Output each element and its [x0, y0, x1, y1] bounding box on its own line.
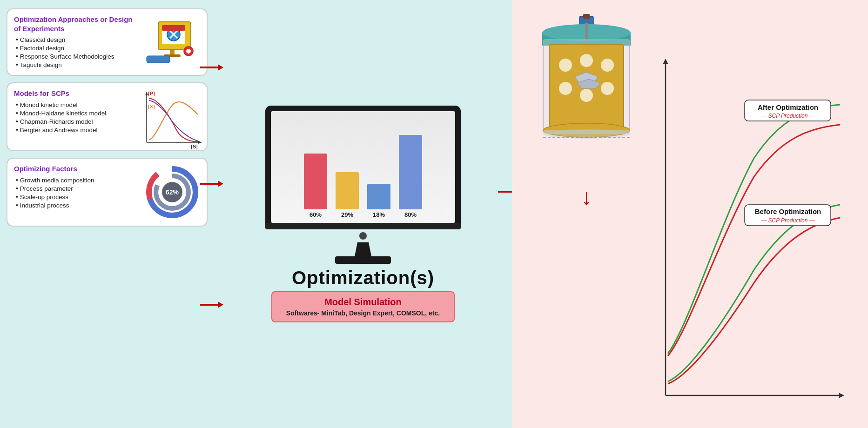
bar-group-2: 29%: [336, 172, 359, 218]
bar-group-1: 60%: [304, 154, 327, 218]
left-panel: Optimization Approaches or Design of Exp…: [0, 0, 214, 428]
bar-label-2: 29%: [341, 211, 353, 218]
svg-point-44: [580, 89, 593, 102]
svg-text:62%: 62%: [166, 188, 179, 196]
list-item: Classical design: [14, 36, 140, 43]
arrow-right-icon: [200, 177, 228, 191]
list-item: Response Surface Methodologies: [14, 53, 140, 60]
svg-point-10: [186, 49, 191, 54]
bar-label-3: 18%: [373, 211, 385, 218]
list-item: Scale-up process: [14, 193, 140, 201]
svg-text:— SCP Production —: — SCP Production —: [760, 217, 815, 224]
svg-text:[X]: [X]: [148, 104, 155, 109]
svg-rect-8: [147, 56, 170, 63]
donut-chart-icon: 62%: [144, 164, 200, 220]
monitor-bottom-bar: [265, 223, 461, 229]
card1-list: Classical design Factorial design Respon…: [14, 36, 140, 68]
card1-title: Optimization Approaches or Design of Exp…: [14, 15, 140, 33]
list-item: Factorial design: [14, 44, 140, 52]
curves-section: After Optimization — SCP Production — Be…: [652, 9, 863, 419]
bar-3: [367, 184, 390, 209]
svg-point-40: [580, 54, 593, 67]
right-panel: ↓ After Optimization — SCP Production: [512, 0, 868, 428]
svg-text:After Optimization: After Optimization: [758, 103, 818, 111]
svg-rect-36: [585, 23, 588, 42]
svg-text:[P]: [P]: [148, 91, 155, 96]
list-item: Taguchi design: [14, 61, 140, 68]
card2-text: Models for SCPs Monod kinetic model Mono…: [14, 89, 135, 134]
monitor-wrapper: 60% 29% 18% 80%: [265, 106, 461, 264]
svg-marker-54: [839, 393, 844, 398]
bar-2: [336, 172, 359, 209]
card3-text: Optimizing Factors Growth media composit…: [14, 164, 140, 210]
card1-visual: [144, 15, 200, 68]
svg-text:[S]: [S]: [191, 144, 198, 149]
optimization-title: Optimization(s): [292, 268, 434, 288]
simulation-subtitle: Softwares- MiniTab, Design Expert, COMSO…: [286, 309, 440, 317]
computer-icon: [144, 15, 200, 66]
reactor-illustration: [533, 14, 640, 181]
reactor-section: ↓: [521, 9, 652, 419]
svg-point-39: [559, 59, 572, 72]
bar-4: [399, 135, 422, 209]
svg-marker-28: [218, 301, 223, 308]
svg-marker-53: [663, 59, 668, 64]
monitor: 60% 29% 18% 80%: [265, 106, 461, 229]
svg-marker-24: [218, 64, 223, 71]
bar-group-3: 18%: [367, 184, 390, 218]
card2-title: Models for SCPs: [14, 89, 135, 98]
svg-point-42: [559, 82, 572, 95]
list-item: Monod-Haldane kinetics model: [14, 109, 135, 117]
card1-text: Optimization Approaches or Design of Exp…: [14, 15, 140, 69]
arrow-card2: [200, 177, 228, 193]
list-item: Chapman-Richards model: [14, 118, 135, 125]
card2-graph: [P] [X] [S]: [140, 89, 200, 145]
arrow-down-red: ↓: [581, 186, 592, 208]
bar-label-1: 60%: [310, 211, 322, 218]
card-optimization-approaches: Optimization Approaches or Design of Exp…: [7, 8, 208, 76]
bar-label-4: 80%: [404, 211, 417, 218]
card3-donut: 62%: [144, 164, 200, 220]
list-item: Process parameter: [14, 185, 140, 192]
monitor-screen: 60% 29% 18% 80%: [271, 111, 455, 223]
svg-text:Before Optimization: Before Optimization: [755, 207, 821, 215]
svg-marker-26: [218, 181, 223, 187]
svg-marker-14: [198, 141, 202, 144]
monitor-base: [335, 256, 391, 264]
bar-group-4: 80%: [399, 135, 422, 218]
simulation-title: Model Simulation: [286, 297, 440, 308]
arrow-card3: [200, 298, 228, 314]
svg-point-41: [601, 59, 614, 72]
list-item: Monod kinetic model: [14, 101, 135, 108]
arrow-right-icon: [200, 60, 228, 74]
list-item: Growth media composition: [14, 176, 140, 184]
arrow-right-icon: [200, 298, 228, 312]
middle-panel: 60% 29% 18% 80% Optimization(s): [214, 0, 512, 428]
monitor-button: [359, 232, 367, 240]
bar-1: [304, 154, 327, 209]
list-item: Bergter and Andrews model: [14, 126, 135, 134]
kinetics-graph-icon: [P] [X] [S]: [140, 89, 202, 149]
svg-rect-32: [583, 14, 590, 19]
card-optimizing-factors: Optimizing Factors Growth media composit…: [7, 158, 208, 227]
arrow-card1: [200, 60, 228, 76]
growth-curves-chart: After Optimization — SCP Production — Be…: [652, 56, 847, 405]
card3-title: Optimizing Factors: [14, 164, 140, 174]
card2-list: Monod kinetic model Monod-Haldane kineti…: [14, 101, 135, 134]
monitor-stand: [349, 242, 377, 256]
card3-list: Growth media composition Process paramet…: [14, 176, 140, 209]
card-models-scp: Models for SCPs Monod kinetic model Mono…: [7, 82, 208, 151]
svg-rect-5: [162, 25, 185, 31]
simulation-box: Model Simulation Softwares- MiniTab, Des…: [271, 291, 455, 322]
svg-point-43: [601, 82, 614, 95]
list-item: Industrial process: [14, 201, 140, 209]
svg-text:— SCP Production —: — SCP Production —: [760, 113, 815, 119]
